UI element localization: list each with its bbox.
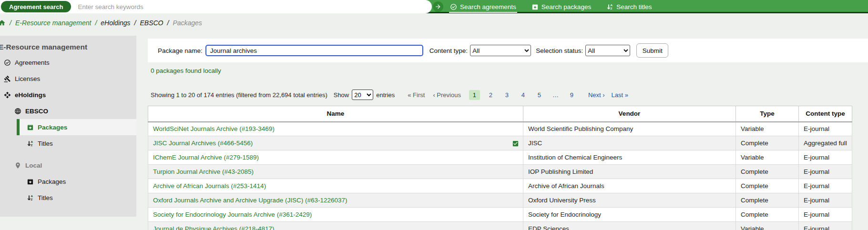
vendor-cell: World Scientific Publishing Company xyxy=(523,122,736,136)
pagination-page[interactable]: … xyxy=(550,90,561,100)
column-header[interactable]: Name xyxy=(148,106,523,122)
package-row: WorldSciNet Journals Archive (#193-3469)… xyxy=(148,122,852,136)
pagination-page[interactable]: 5 xyxy=(534,90,545,100)
vendor-cell: Oxford University Press xyxy=(523,193,736,208)
pagination-previous[interactable]: ‹ Previous xyxy=(433,91,461,99)
package-name-link[interactable]: Society for Endocrinology Journals Archi… xyxy=(153,211,312,218)
search-mode-link[interactable]: Search packages xyxy=(531,0,591,13)
content-type-cell: E-journal xyxy=(799,193,852,208)
pagination-last[interactable]: Last » xyxy=(612,91,628,99)
breadcrumb-item[interactable]: EBSCO xyxy=(140,19,163,27)
breadcrumb-item[interactable]: Packages xyxy=(173,19,202,27)
local-result-message: 0 packages found locally xyxy=(151,67,221,74)
sidebar-item[interactable]: Agreements xyxy=(0,54,136,70)
checkbox-checked-icon xyxy=(512,226,519,230)
search-scope-button[interactable]: Agreement search xyxy=(1,1,71,12)
package-name-link[interactable]: Archive of African Journals (#253-1414) xyxy=(153,182,266,190)
checkbox-checked-icon xyxy=(512,154,519,161)
pagination-page[interactable]: 9 xyxy=(566,90,577,100)
package-name-link[interactable]: Oxford Journals Archive and Archive Upgr… xyxy=(153,197,347,204)
svg-text:Z: Z xyxy=(31,143,32,147)
type-cell: Complete xyxy=(736,179,799,193)
package-name-link[interactable]: IChemE Journal Archive (#279-1589) xyxy=(153,154,259,161)
package-row: Oxford Journals Archive and Archive Upgr… xyxy=(148,193,852,208)
content-type-cell: E-journal xyxy=(799,222,852,230)
pagination-page[interactable]: 2 xyxy=(485,90,496,100)
vendor-cell: Institution of Chemical Engineers xyxy=(523,150,736,165)
sidebar-item[interactable]: Local xyxy=(0,157,136,173)
breadcrumb-item[interactable]: eHoldings xyxy=(101,19,130,27)
sidebar-item[interactable]: eHoldings xyxy=(0,87,136,103)
checkbox-checked-icon xyxy=(512,183,519,190)
svg-text:Z: Z xyxy=(611,7,613,10)
name-cell: JISC Journal Archives (#466-5456) xyxy=(148,136,523,150)
sidebar: E-Resource management Agreements License… xyxy=(0,36,136,217)
search-go-button[interactable] xyxy=(433,1,443,12)
name-cell: Journal de Physique Archives (#218-4817) xyxy=(148,222,523,230)
showing-entries-text: Showing 1 to 20 of 174 entries (filtered… xyxy=(151,91,327,99)
selection-status-label: Selection status: xyxy=(536,47,583,54)
package-name-input[interactable] xyxy=(205,45,423,56)
column-header[interactable]: Content type xyxy=(799,106,852,122)
search-mode-link[interactable]: AZ Search titles xyxy=(606,0,652,13)
type-cell: Variable xyxy=(736,122,799,136)
package-name-link[interactable]: WorldSciNet Journals Archive (#193-3469) xyxy=(153,125,275,132)
vendor-cell: Archive of African Journals xyxy=(523,179,736,193)
submit-button[interactable]: Submit xyxy=(636,43,668,58)
sidebar-item-icon xyxy=(14,108,21,115)
name-cell: Oxford Journals Archive and Archive Upgr… xyxy=(148,193,523,208)
search-mode-icon xyxy=(450,3,457,10)
sidebar-item-label: Local xyxy=(25,162,42,169)
package-row: Turpion Journal Archive (#43-2085) IOP P… xyxy=(148,165,852,179)
sidebar-item[interactable]: AZ Titles xyxy=(0,190,136,206)
sidebar-item-icon xyxy=(27,124,34,131)
page-size-select[interactable]: 20 xyxy=(352,90,373,100)
search-mode-links: Search agreements Search packages AZ Sea… xyxy=(450,0,652,13)
sidebar-item-label: EBSCO xyxy=(25,108,48,115)
breadcrumb: / E-Resource management / eHoldings / EB… xyxy=(0,15,868,30)
checkbox-checked-icon xyxy=(512,140,519,147)
sidebar-item[interactable]: EBSCO xyxy=(0,103,136,119)
checkbox-checked-icon xyxy=(512,126,519,133)
pagination-page[interactable]: 4 xyxy=(518,90,529,100)
package-name-link[interactable]: Turpion Journal Archive (#43-2085) xyxy=(153,168,254,175)
sidebar-item[interactable]: AZ Titles xyxy=(0,135,136,151)
name-cell: Turpion Journal Archive (#43-2085) xyxy=(148,165,523,179)
pagination-page[interactable]: 1 xyxy=(469,90,480,100)
checkbox-checked-icon xyxy=(512,169,519,176)
type-cell: Complete xyxy=(736,165,799,179)
packages-table: Name Vendor Type Content type WorldSciNe… xyxy=(148,106,852,230)
vendor-cell: JISC xyxy=(523,136,736,150)
sidebar-item-icon xyxy=(27,178,34,185)
name-cell: Society for Endocrinology Journals Archi… xyxy=(148,208,523,222)
home-icon[interactable] xyxy=(0,19,6,27)
pagination-page[interactable]: 3 xyxy=(501,90,512,100)
sidebar-item[interactable]: Licenses xyxy=(0,70,136,87)
sidebar-item[interactable]: Packages xyxy=(17,119,136,135)
svg-text:A: A xyxy=(31,140,33,143)
sidebar-title: E-Resource management xyxy=(0,43,136,51)
column-header[interactable]: Vendor xyxy=(523,106,736,122)
search-mode-icon xyxy=(531,3,539,10)
sidebar-item[interactable]: Packages xyxy=(0,173,136,190)
content-type-select[interactable]: All xyxy=(470,45,531,56)
search-mode-icon: AZ xyxy=(606,3,613,10)
package-name-link[interactable]: Journal de Physique Archives (#218-4817) xyxy=(153,225,274,230)
breadcrumb-separator: / xyxy=(134,19,136,27)
search-mode-label: Search agreements xyxy=(460,3,516,10)
search-mode-label: Search titles xyxy=(616,3,652,10)
breadcrumb-item[interactable]: E-Resource management xyxy=(15,19,92,27)
svg-text:Z: Z xyxy=(31,198,32,201)
search-mode-link[interactable]: Search agreements xyxy=(450,0,516,13)
content-type-cell: E-journal xyxy=(799,179,852,193)
sidebar-item-icon: AZ xyxy=(27,140,34,147)
package-name-link[interactable]: JISC Journal Archives (#466-5456) xyxy=(153,140,253,147)
selection-status-select[interactable]: All xyxy=(585,45,630,56)
sidebar-item-label: Titles xyxy=(38,194,53,201)
column-header[interactable]: Type xyxy=(736,106,799,122)
pagination-first[interactable]: « First xyxy=(408,91,425,99)
global-search-input[interactable] xyxy=(71,0,432,13)
pagination-next[interactable]: Next › xyxy=(588,91,605,99)
entries-label: entries xyxy=(376,91,395,99)
content-type-label: Content type: xyxy=(429,47,468,54)
